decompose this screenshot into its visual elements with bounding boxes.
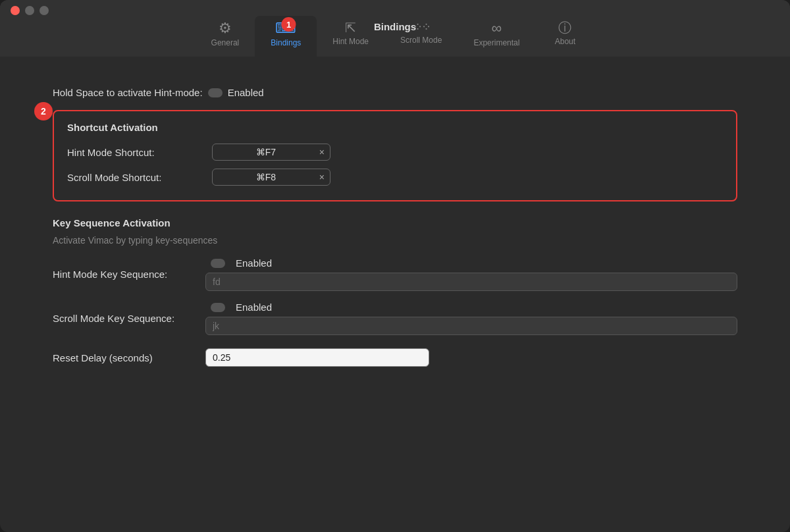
- content-area: Hold Space to activate Hint-mode: Enable…: [0, 57, 790, 532]
- tab-general[interactable]: ⚙ General: [196, 16, 255, 57]
- tab-about[interactable]: ⓘ About: [535, 16, 594, 57]
- hint-mode-shortcut-row: Hint Mode Shortcut: ⌘F7 ×: [67, 140, 723, 165]
- hold-space-row: Hold Space to activate Hint-mode: Enable…: [53, 80, 737, 105]
- scroll-mode-shortcut-field[interactable]: ⌘F8 ×: [212, 169, 330, 186]
- hint-mode-shortcut-label: Hint Mode Shortcut:: [67, 147, 212, 158]
- tab-scroll-mode-label: Scroll Mode: [400, 36, 442, 45]
- experimental-icon: ∞: [492, 21, 502, 36]
- tab-hint-mode-label: Hint Mode: [332, 37, 369, 46]
- key-sequence-subtitle: Activate Vimac by typing key-sequences: [53, 235, 737, 246]
- tab-experimental-label: Experimental: [473, 38, 519, 47]
- badge-1: 1: [282, 17, 296, 32]
- hint-ks-enable-row: Enabled: [205, 257, 737, 269]
- minimize-button[interactable]: [25, 6, 34, 15]
- scroll-ks-input[interactable]: [205, 317, 737, 335]
- maximize-button[interactable]: [40, 6, 49, 15]
- hint-ks-block: Enabled: [205, 257, 737, 291]
- tab-general-label: General: [211, 38, 240, 47]
- scroll-ks-toggle[interactable]: [211, 303, 225, 312]
- scroll-mode-shortcut-row: Scroll Mode Shortcut: ⌘F8 ×: [67, 165, 723, 190]
- tab-bindings[interactable]: 1 ⌨ Bindings: [255, 16, 317, 57]
- tab-scroll-mode[interactable]: ⁘⁘ Scroll Mode: [384, 16, 458, 57]
- about-icon: ⓘ: [558, 21, 571, 34]
- hint-mode-shortcut-value: ⌘F7: [218, 147, 314, 157]
- gear-icon: ⚙: [219, 21, 232, 36]
- close-button[interactable]: [11, 6, 20, 15]
- tab-bindings-label: Bindings: [271, 38, 301, 47]
- reset-delay-input[interactable]: [205, 348, 429, 367]
- hold-space-label: Hold Space to activate Hint-mode:: [53, 87, 203, 98]
- scroll-mode-clear-icon[interactable]: ×: [319, 172, 325, 182]
- scroll-mode-shortcut-value: ⌘F8: [218, 172, 314, 182]
- hint-ks-input[interactable]: [205, 273, 737, 291]
- key-sequence-title: Key Sequence Activation: [53, 217, 737, 228]
- badge-2: 2: [34, 102, 53, 120]
- hint-mode-icon: ⇱: [345, 21, 356, 34]
- hint-mode-shortcut-field[interactable]: ⌘F7 ×: [212, 144, 330, 161]
- scroll-ks-enabled-label: Enabled: [236, 302, 272, 313]
- reset-delay-row: Reset Delay (seconds): [53, 343, 737, 372]
- tab-hint-mode[interactable]: ⇱ Hint Mode: [317, 16, 384, 57]
- hold-space-enabled: Enabled: [228, 87, 264, 98]
- hint-mode-clear-icon[interactable]: ×: [319, 147, 325, 157]
- tab-bar: ⚙ General 1 ⌨ Bindings ⇱ Hint Mode ⁘⁘ Sc…: [196, 16, 595, 57]
- key-sequence-section: Key Sequence Activation Activate Vimac b…: [53, 217, 737, 372]
- shortcut-activation-title: Shortcut Activation: [67, 122, 723, 133]
- tab-about-label: About: [555, 37, 575, 46]
- scroll-ks-row: Scroll Mode Key Sequence: Enabled: [53, 296, 737, 340]
- titlebar: Bindings ⚙ General 1 ⌨ Bindings ⇱ Hint M…: [0, 0, 790, 57]
- scroll-ks-block: Enabled: [205, 302, 737, 335]
- hold-space-toggle[interactable]: [208, 88, 223, 97]
- reset-delay-label: Reset Delay (seconds): [53, 352, 198, 363]
- shortcut-activation-box: 2 Shortcut Activation Hint Mode Shortcut…: [53, 110, 737, 201]
- scroll-ks-label: Scroll Mode Key Sequence:: [53, 313, 198, 324]
- hint-ks-enabled-label: Enabled: [236, 257, 272, 269]
- scroll-mode-icon: ⁘⁘: [413, 21, 430, 33]
- traffic-lights: [11, 6, 49, 15]
- scroll-ks-enable-row: Enabled: [205, 302, 737, 313]
- app-window: Bindings ⚙ General 1 ⌨ Bindings ⇱ Hint M…: [0, 0, 790, 532]
- hint-ks-toggle[interactable]: [211, 259, 225, 268]
- scroll-mode-shortcut-label: Scroll Mode Shortcut:: [67, 172, 212, 183]
- hint-ks-label: Hint Mode Key Sequence:: [53, 269, 198, 280]
- tab-experimental[interactable]: ∞ Experimental: [458, 16, 535, 57]
- hint-ks-row: Hint Mode Key Sequence: Enabled: [53, 252, 737, 296]
